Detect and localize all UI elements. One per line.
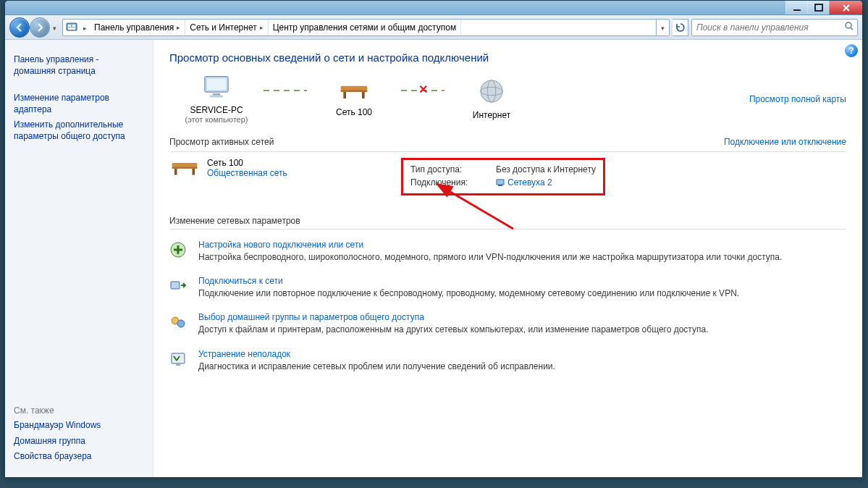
control-panel-window: Панель управления▸ Сеть и Интернет▸ Цент…	[4, 0, 863, 478]
active-net-name: Сеть 100	[207, 158, 287, 168]
svg-rect-13	[343, 92, 346, 98]
active-net-details-box: Тип доступа: Без доступа к Интернету Под…	[401, 158, 605, 195]
task-new-connection[interactable]: Настройка нового подключения или сети На…	[169, 240, 846, 263]
active-network-block: Сеть 100 Общественная сеть Тип доступа: …	[169, 158, 846, 195]
troubleshoot-icon	[169, 350, 188, 370]
nav-history-dropdown[interactable]	[53, 22, 56, 33]
search-icon	[844, 21, 854, 33]
svg-rect-23	[498, 185, 502, 186]
map-connector-1	[264, 90, 307, 91]
sidebar-seealso-label: См. также	[14, 405, 144, 416]
map-internet: Интернет	[444, 77, 539, 120]
breadcrumb-root-chevron[interactable]	[80, 22, 90, 33]
svg-rect-3	[68, 25, 71, 27]
task-desc: Диагностика и исправление сетевых пробле…	[198, 361, 555, 372]
svg-point-6	[846, 22, 851, 28]
svg-rect-21	[193, 169, 195, 175]
network-map-row: SERVICE-PC (этот компьютер) Сеть 100	[169, 74, 846, 124]
svg-rect-4	[72, 25, 75, 27]
task-title[interactable]: Настройка нового подключения или сети	[198, 240, 363, 250]
task-desc: Настройка беспроводного, широкополосного…	[198, 251, 782, 263]
full-map-link[interactable]: Просмотр полной карты	[749, 94, 846, 104]
sidebar-link-firewall[interactable]: Брандмауэр Windows	[14, 420, 144, 432]
svg-rect-20	[174, 169, 177, 175]
connect-disconnect-link[interactable]: Подключение или отключение	[724, 137, 846, 147]
svg-rect-9	[213, 93, 221, 96]
svg-rect-0	[793, 9, 801, 11]
task-desc: Подключение или повторное подключение к …	[198, 287, 739, 299]
bench-icon	[169, 158, 200, 178]
sidebar-link-adapter-settings[interactable]: Изменение параметров адаптера	[14, 93, 144, 115]
svg-rect-5	[68, 28, 75, 30]
breadcrumb-dropdown[interactable]	[656, 20, 669, 35]
breadcrumb-item-0[interactable]: Панель управления▸	[90, 20, 185, 35]
active-net-type-link[interactable]: Общественная сеть	[207, 168, 287, 178]
active-nets-label: Просмотр активных сетей	[169, 137, 274, 147]
svg-rect-18	[172, 163, 198, 167]
map-internet-label: Интернет	[444, 110, 539, 120]
svg-point-28	[177, 320, 185, 327]
task-homegroup-sharing[interactable]: Выбор домашней группы и параметров общег…	[169, 312, 846, 335]
task-troubleshoot[interactable]: Устранение неполадок Диагностика и испра…	[169, 349, 846, 372]
svg-rect-1	[815, 4, 822, 11]
map-this-pc-label: SERVICE-PC	[169, 105, 264, 115]
connection-link[interactable]: Сетевуха 2	[507, 177, 552, 188]
task-title[interactable]: Подключиться к сети	[198, 276, 283, 286]
svg-rect-11	[341, 86, 368, 91]
nic-icon	[496, 178, 505, 187]
svg-rect-26	[171, 282, 180, 289]
breadcrumb-item-1[interactable]: Сеть и Интернет▸	[185, 20, 268, 35]
new-connection-icon	[169, 241, 188, 261]
map-connector-broken	[401, 90, 444, 91]
svg-rect-30	[176, 363, 180, 366]
breadcrumb-bar[interactable]: Панель управления▸ Сеть и Интернет▸ Цент…	[62, 19, 670, 36]
breadcrumb-item-2[interactable]: Центр управления сетями и общим доступом	[269, 20, 462, 35]
refresh-button[interactable]	[673, 19, 688, 36]
nav-forward-button[interactable]	[30, 17, 50, 38]
bench-icon	[338, 80, 370, 102]
map-network: Сеть 100	[307, 80, 401, 117]
task-connect-network[interactable]: Подключиться к сети Подключение или повт…	[169, 276, 846, 299]
minimize-button[interactable]	[785, 1, 807, 14]
access-type-value: Без доступа к Интернету	[496, 164, 596, 174]
task-title[interactable]: Устранение неполадок	[198, 349, 290, 359]
sidebar-home-line2: домашняя страница	[14, 66, 96, 76]
sidebar-home-link[interactable]: Панель управления - домашняя страница	[14, 54, 144, 77]
svg-rect-8	[207, 78, 227, 90]
close-button[interactable]	[829, 1, 862, 14]
search-box[interactable]	[691, 19, 858, 36]
sidebar-link-homegroup[interactable]: Домашняя группа	[14, 436, 144, 447]
nav-back-button[interactable]	[9, 17, 30, 38]
task-title[interactable]: Выбор домашней группы и параметров общег…	[198, 312, 424, 322]
map-this-pc: SERVICE-PC (этот компьютер)	[169, 74, 264, 124]
window-titlebar	[5, 1, 862, 15]
svg-rect-14	[362, 92, 365, 98]
svg-rect-19	[172, 167, 198, 169]
svg-rect-10	[210, 96, 223, 98]
sidebar-link-browser-props[interactable]: Свойства браузера	[14, 451, 144, 463]
task-desc: Доступ к файлам и принтерам, расположенн…	[198, 324, 709, 335]
search-input[interactable]	[695, 22, 844, 33]
map-network-label: Сеть 100	[307, 107, 401, 117]
sidebar-link-advanced-sharing[interactable]: Изменить дополнительные параметры общего…	[14, 119, 144, 142]
svg-rect-22	[497, 180, 504, 185]
connections-label: Подключения:	[410, 177, 483, 189]
address-bar: Панель управления▸ Сеть и Интернет▸ Цент…	[5, 15, 862, 40]
sidebar: Панель управления - домашняя страница Из…	[5, 40, 153, 477]
sidebar-home-line1: Панель управления -	[14, 54, 99, 64]
control-panel-icon	[63, 22, 80, 33]
monitor-icon	[201, 74, 232, 100]
maximize-button[interactable]	[807, 1, 829, 14]
globe-icon	[478, 77, 505, 105]
access-type-label: Тип доступа:	[410, 164, 483, 174]
svg-rect-12	[341, 90, 368, 92]
connect-network-icon	[169, 277, 188, 297]
change-params-label: Изменение сетевых параметров	[169, 216, 846, 226]
svg-point-15	[481, 80, 502, 102]
main-content: Просмотр основных сведений о сети и наст…	[153, 40, 862, 477]
map-this-pc-sublabel: (этот компьютер)	[169, 115, 264, 124]
homegroup-icon	[169, 314, 188, 333]
page-heading: Просмотр основных сведений о сети и наст…	[169, 51, 846, 64]
